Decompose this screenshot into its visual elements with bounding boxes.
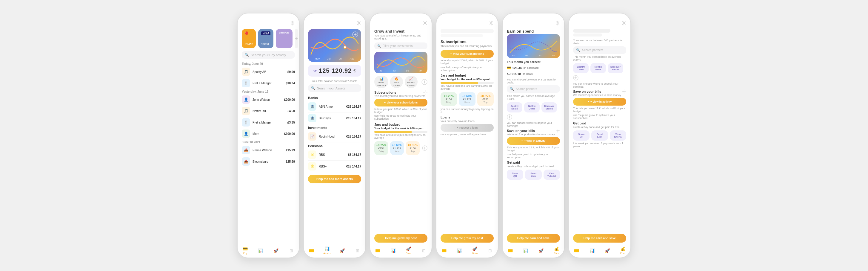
save-settings-icon[interactable]: [556, 129, 560, 133]
nav-assets3[interactable]: 📊: [385, 246, 401, 254]
earn2-send-link-chip[interactable]: SendLink: [591, 130, 608, 141]
earn2-partners-info: You can choose between 343 partners for …: [573, 39, 626, 45]
chart-add[interactable]: [352, 31, 358, 38]
card-visa[interactable]: VISA **5431: [258, 29, 273, 48]
assets-gear-icon[interactable]: [356, 21, 361, 27]
subs-jar-bday[interactable]: +0.25% €154 Bday: [440, 92, 457, 106]
nav-earn6[interactable]: 💰 Earn: [615, 246, 631, 254]
jar-add[interactable]: [422, 141, 428, 155]
jar-bday[interactable]: +0.25% €154 Bday: [374, 141, 388, 155]
earn2-view-tutorial-chip[interactable]: ViewTutorial: [610, 130, 626, 141]
view-activity-btn[interactable]: + + view in activity: [507, 137, 560, 145]
nav-grow3[interactable]: 🚀 Grow: [401, 246, 416, 254]
help-add-assets-btn[interactable]: Help me add more Assets: [308, 175, 361, 183]
chip-asset-allocator[interactable]: 📊 Asset Allocator: [374, 76, 388, 88]
nav-assets1[interactable]: 📊: [253, 246, 269, 254]
subs-view-btn[interactable]: + view your subscriptions: [440, 50, 494, 58]
nav-pay4[interactable]: 💳: [436, 246, 452, 254]
nav-grow4[interactable]: 🚀 Grow: [467, 246, 483, 254]
nav-grow5[interactable]: 🚀: [533, 246, 549, 254]
search-icon: 🔍: [245, 53, 249, 57]
jar-home[interactable]: +0.60% €1 121 Home: [390, 141, 404, 155]
nav-pay2[interactable]: 💳: [304, 246, 319, 254]
nav-grow2[interactable]: 🚀: [335, 246, 350, 254]
nav-assets6[interactable]: 📊: [584, 246, 600, 254]
chip2-discover-stores[interactable]: DiscoverStores: [608, 63, 623, 73]
chip2-netflix-deals[interactable]: NetflixDeals: [590, 63, 606, 73]
txn-pret2[interactable]: 🍴 Pret a Manger £3.35: [238, 117, 299, 128]
earn2-show-qr-chip[interactable]: ShowQR: [573, 130, 590, 141]
chip-fire-tracker[interactable]: 🔥 FIRE Tracker: [390, 76, 403, 88]
chip-spotify-deals[interactable]: SpotifyDeals: [507, 102, 522, 112]
barclays[interactable]: 🏦 Barclay's €15 134.17: [308, 112, 361, 124]
add-card-button[interactable]: +: [295, 29, 298, 48]
txn-pret1[interactable]: 🍴 Pret a Manger $10.34: [238, 78, 299, 89]
request-loan-btn[interactable]: + request a loan: [440, 124, 494, 132]
save-bills-title: Save on your bills: [507, 129, 535, 133]
nav-pay3[interactable]: 💳: [370, 246, 385, 254]
earn2-gear-icon[interactable]: [621, 21, 626, 27]
chip-discover-stores[interactable]: DiscoverStores: [541, 102, 557, 112]
nav-grow6[interactable]: 🚀: [600, 246, 615, 254]
card-cashapp[interactable]: CashApp: [276, 29, 292, 48]
view-subscriptions-btn[interactable]: + view your subscriptions: [374, 99, 428, 107]
subs-total-info: In total you paid 200 €, which is 30% of…: [440, 59, 494, 65]
robin-hood[interactable]: 📈 Robin Hood €15 134.17: [308, 131, 361, 142]
card-mastercard[interactable]: 🔴 **4432: [242, 29, 256, 48]
nav-pay[interactable]: 💳 Pay: [238, 246, 253, 254]
nav-pay-icon3: 💳: [375, 248, 380, 253]
nav-earn5[interactable]: 💰 Earn: [549, 246, 564, 254]
earn2-search[interactable]: 🔍 Search partners: [573, 46, 626, 54]
earn2-optimize-info: use 'help me grow' to optimize your subs…: [573, 114, 626, 120]
txn-emma[interactable]: 📤 Emma Watson £15.99: [238, 144, 299, 156]
help-earn-save-btn2[interactable]: Help me earn and save: [573, 234, 626, 243]
grow-search[interactable]: 🔍 Filter your investments: [374, 43, 428, 49]
view-tutorial-chip[interactable]: ViewTutorial: [544, 170, 560, 180]
abn-amro[interactable]: 🏦 ABN Amro €25 124.97: [308, 101, 361, 112]
jar-trip[interactable]: +0.35% €130 Trip: [406, 141, 420, 155]
budget-bar: [374, 131, 428, 133]
subs-gear-icon[interactable]: [489, 21, 494, 27]
nav-grow1[interactable]: 🚀: [268, 246, 284, 254]
chips2-more[interactable]: [573, 75, 579, 80]
nav-pay6[interactable]: 💳: [569, 246, 584, 254]
txn-mom[interactable]: 👤 Mom £100.00: [238, 128, 299, 139]
nav-more3[interactable]: ⊞: [416, 246, 432, 254]
nav-more1[interactable]: ⊞: [284, 246, 299, 254]
grow-gear-icon[interactable]: [423, 21, 428, 27]
nav-assets2[interactable]: 📊 Assets: [319, 246, 335, 254]
help-grow-nest-btn[interactable]: Help me grow my nest: [374, 234, 428, 243]
txn-spotify[interactable]: 🎵 Spotify AB $9.99: [238, 66, 299, 78]
chip-add[interactable]: [422, 76, 428, 88]
mc-label-4: ø4: [420, 70, 422, 72]
txn-netflix[interactable]: 🎵 Netflix Ltd. £4.50: [238, 105, 299, 117]
nav-more4[interactable]: ⊞: [483, 246, 498, 254]
rbs[interactable]: 🏛 RBS €5 134.17: [308, 149, 361, 161]
subs-jar-trip[interactable]: +0.35% €130 Trip: [477, 92, 494, 106]
earn-search-placeholder: Search partners: [516, 87, 537, 91]
chip-netflix-deals[interactable]: NetflixDeals: [524, 102, 540, 112]
txn-watson[interactable]: 👤 John Watson £200.00: [238, 94, 299, 105]
chips-more[interactable]: [507, 114, 512, 120]
nav-pay5[interactable]: 💳: [503, 246, 518, 254]
pay-search-bar[interactable]: 🔍 Search your Pay activity: [242, 51, 295, 59]
txn-bloomsbury[interactable]: 📤 Bloomsbury £25.99: [238, 156, 299, 167]
nav-more2[interactable]: ⊞: [350, 246, 366, 254]
sub-settings-icon[interactable]: [423, 90, 428, 94]
chip2-spotify-deals[interactable]: SpotifyDeals: [573, 63, 589, 73]
subs-jar-home[interactable]: +0.60% €1 121 Home: [459, 92, 475, 106]
nav-assets5[interactable]: 📊: [518, 246, 534, 254]
help-grow-nest-btn2[interactable]: Help me grow my nest: [440, 234, 494, 243]
chip-growth-interest[interactable]: 📈 Growth Interest: [405, 76, 417, 88]
earn-gear-icon[interactable]: [555, 21, 560, 27]
nav-assets4[interactable]: 📊: [452, 246, 467, 254]
gear-icon[interactable]: [290, 21, 295, 27]
rbs-plus[interactable]: 🏛 RBS+ €15 144.17: [308, 161, 361, 172]
earn-search[interactable]: 🔍 Search partners: [507, 85, 560, 93]
show-qr-chip[interactable]: ShowQR: [507, 170, 523, 180]
send-link-chip[interactable]: SendLink: [525, 170, 541, 180]
help-earn-save-btn[interactable]: Help me earn and save: [507, 234, 560, 243]
earn2-view-activity-btn[interactable]: + + view in activity: [573, 98, 626, 106]
assets-search[interactable]: 🔍 Search your Assets: [308, 84, 361, 92]
earn2-save-settings-icon[interactable]: [622, 89, 626, 93]
